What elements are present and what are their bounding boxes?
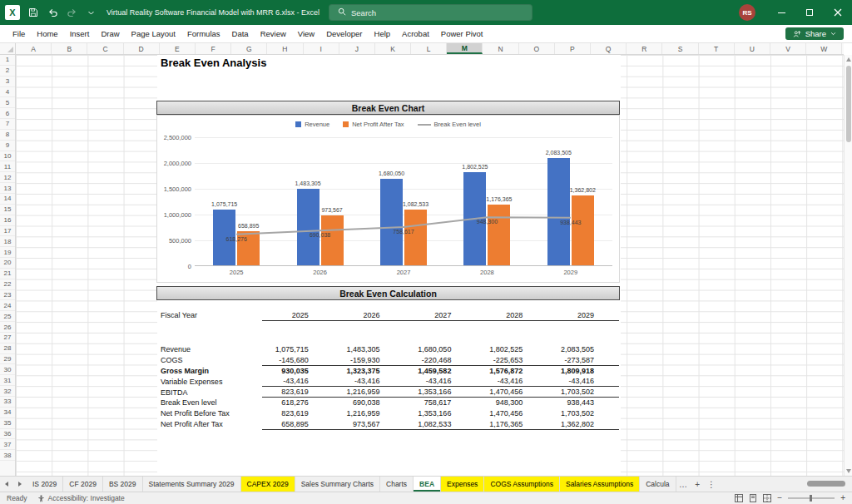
cell-net-profit-before-tax-2026[interactable]: 1,216,959 <box>334 409 405 418</box>
sheet-list-ellipsis-button[interactable]: … <box>676 477 691 492</box>
cell-net-profit-after-tax-2029[interactable]: 1,362,802 <box>547 420 619 428</box>
column-header-K[interactable]: K <box>375 43 411 54</box>
column-header-S[interactable]: S <box>662 43 698 54</box>
cell-ebitda-2025[interactable]: 823,619 <box>262 388 334 396</box>
cell-gross-margin-2025[interactable]: 930,035 <box>262 367 334 375</box>
row-header-9[interactable]: 9 <box>0 141 15 151</box>
avatar[interactable]: RS <box>739 4 755 21</box>
row-header-16[interactable]: 16 <box>0 215 15 226</box>
column-header-C[interactable]: C <box>87 43 123 54</box>
column-header-L[interactable]: L <box>411 43 447 54</box>
vertical-scrollbar[interactable] <box>844 55 852 476</box>
break-even-chart[interactable]: RevenueNet Profit After TaxBreak Even le… <box>156 115 620 283</box>
row-header-29[interactable]: 29 <box>0 354 15 365</box>
column-header-R[interactable]: R <box>627 43 662 54</box>
cell-net-profit-before-tax-2025[interactable]: 823,619 <box>262 409 334 418</box>
row-header-2[interactable]: 2 <box>0 66 15 77</box>
column-header-P[interactable]: P <box>555 43 591 54</box>
row-header-23[interactable]: 23 <box>0 290 15 301</box>
row-header-18[interactable]: 18 <box>0 236 15 247</box>
cell-break-even-level-2029[interactable]: 938,443 <box>547 398 619 407</box>
row-header-34[interactable]: 34 <box>0 408 15 418</box>
column-header-E[interactable]: E <box>160 43 196 54</box>
cell-break-even-level-2026[interactable]: 690,038 <box>334 398 405 407</box>
ribbon-tab-review[interactable]: Review <box>255 25 292 42</box>
column-header-H[interactable]: H <box>267 43 303 54</box>
excel-app-icon[interactable]: X <box>5 5 20 20</box>
row-header-31[interactable]: 31 <box>0 375 15 386</box>
cell-break-even-level-2027[interactable]: 758,617 <box>405 398 477 407</box>
breakeven-line[interactable] <box>195 137 612 266</box>
year-cell-2027[interactable]: 2027 <box>405 311 477 319</box>
column-header-Q[interactable]: Q <box>591 43 627 54</box>
cell-variable-expenses-2027[interactable]: -43,416 <box>405 377 477 385</box>
row-header-8[interactable]: 8 <box>0 130 15 141</box>
row-header-25[interactable]: 25 <box>0 311 15 322</box>
row-header-1[interactable]: 1 <box>0 55 15 66</box>
row-header-20[interactable]: 20 <box>0 258 15 269</box>
cell-break-even-level-2025[interactable]: 618,276 <box>262 398 334 407</box>
cell-cogs-2028[interactable]: -225,653 <box>476 356 547 364</box>
cell-net-profit-before-tax-2029[interactable]: 1,703,502 <box>547 409 619 418</box>
cell-cogs-2029[interactable]: -273,587 <box>547 356 619 364</box>
cell-cogs-2025[interactable]: -145,680 <box>262 356 334 364</box>
zoom-slider[interactable] <box>788 497 835 499</box>
column-header-M[interactable]: M <box>447 43 483 54</box>
sheet-tab-expenses[interactable]: Expenses <box>441 477 484 492</box>
year-cell-2025[interactable]: 2025 <box>262 311 334 319</box>
row-label-variable-expenses[interactable]: Variable Expenses <box>161 378 262 386</box>
undo-icon[interactable] <box>43 2 62 22</box>
ribbon-tab-formulas[interactable]: Formulas <box>181 25 226 42</box>
row-header-13[interactable]: 13 <box>0 183 15 194</box>
row-label-revenue[interactable]: Revenue <box>161 345 262 353</box>
row-header-14[interactable]: 14 <box>0 194 15 205</box>
accessibility-status[interactable]: Accessibility: Investigate <box>37 494 125 502</box>
row-header-38[interactable]: 38 <box>0 450 15 461</box>
horizontal-scrollbar-thumb[interactable] <box>807 481 845 487</box>
year-cell-2029[interactable]: 2029 <box>547 311 619 319</box>
cell-break-even-level-2028[interactable]: 948,300 <box>476 398 547 407</box>
sheet-tab-sales-summary-charts[interactable]: Sales Summary Charts <box>295 477 380 492</box>
row-header-15[interactable]: 15 <box>0 205 15 215</box>
fiscal-year-label[interactable]: Fiscal Year <box>161 311 262 319</box>
year-cell-2026[interactable]: 2026 <box>334 311 405 319</box>
sheet-tab-is-2029[interactable]: IS 2029 <box>27 477 63 492</box>
column-header-I[interactable]: I <box>304 43 339 54</box>
sheet-tab-cogs-assumptions[interactable]: COGS Assumptions <box>484 477 560 492</box>
row-label-ebitda[interactable]: EBITDA <box>161 388 262 397</box>
sheet-nav-right-icon[interactable] <box>13 477 27 492</box>
column-header-D[interactable]: D <box>124 43 160 54</box>
cell-revenue-2027[interactable]: 1,680,050 <box>405 345 477 353</box>
ribbon-tab-home[interactable]: Home <box>31 25 63 42</box>
ribbon-tab-data[interactable]: Data <box>226 25 255 42</box>
row-header-11[interactable]: 11 <box>0 161 15 172</box>
select-all-corner[interactable] <box>0 43 16 54</box>
cell-cogs-2026[interactable]: -159,930 <box>334 356 405 364</box>
sheet-tab-charts[interactable]: Charts <box>380 477 414 492</box>
cell-revenue-2028[interactable]: 1,802,525 <box>476 345 547 353</box>
cell-cogs-2027[interactable]: -220,468 <box>405 356 477 364</box>
save-icon[interactable] <box>24 2 42 22</box>
row-label-gross-margin[interactable]: Gross Margin <box>161 367 262 375</box>
ribbon-tab-view[interactable]: View <box>292 25 320 42</box>
sheet-grid[interactable]: Break Even Analysis Break Even Chart Rev… <box>16 55 844 476</box>
tab-kebab-icon[interactable]: ⋮ <box>705 477 719 492</box>
ribbon-tab-help[interactable]: Help <box>369 25 397 42</box>
row-header-17[interactable]: 17 <box>0 226 15 237</box>
zoom-slider-thumb[interactable] <box>810 495 812 502</box>
row-header-22[interactable]: 22 <box>0 279 15 290</box>
cell-net-profit-after-tax-2028[interactable]: 1,176,365 <box>476 420 547 428</box>
column-header-W[interactable]: W <box>806 43 842 54</box>
row-header-4[interactable]: 4 <box>0 87 15 98</box>
cell-ebitda-2029[interactable]: 1,703,502 <box>547 388 619 396</box>
cell-net-profit-after-tax-2026[interactable]: 973,567 <box>334 420 405 428</box>
zoom-in-icon[interactable]: + <box>840 494 845 502</box>
ribbon-tab-acrobat[interactable]: Acrobat <box>396 25 435 42</box>
ribbon-tab-developer[interactable]: Developer <box>320 25 368 42</box>
scroll-up-icon[interactable] <box>846 57 851 62</box>
row-header-32[interactable]: 32 <box>0 386 15 397</box>
row-header-19[interactable]: 19 <box>0 247 15 258</box>
cell-revenue-2026[interactable]: 1,483,305 <box>334 345 405 353</box>
ribbon-tab-power-pivot[interactable]: Power Pivot <box>435 25 489 42</box>
row-header-30[interactable]: 30 <box>0 364 15 375</box>
